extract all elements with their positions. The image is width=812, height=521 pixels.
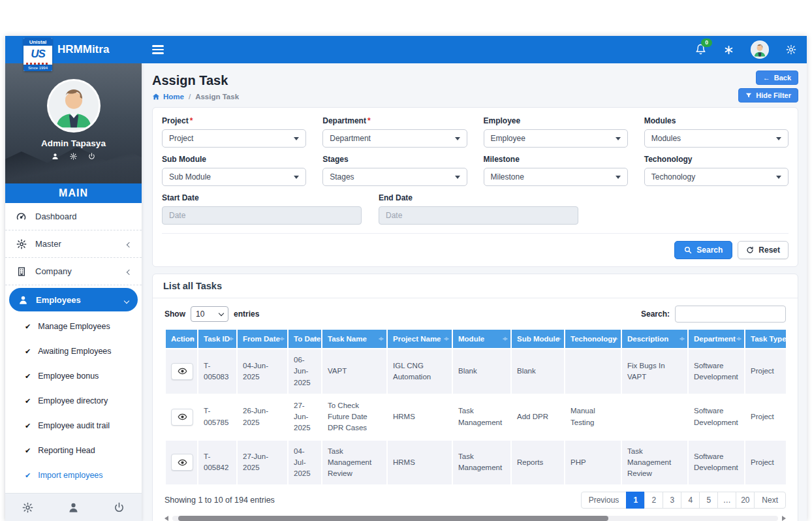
filter-field-end-date: End Date bbox=[379, 193, 578, 225]
sidebar-subitem-employee-bonus[interactable]: ✔ Employee bonus bbox=[5, 364, 142, 388]
logo-top-text: Unistal bbox=[23, 38, 52, 46]
col-task-id[interactable]: Task ID bbox=[198, 330, 236, 348]
breadcrumb-home-link[interactable]: Home bbox=[152, 93, 184, 101]
techonology-select[interactable]: Techonology bbox=[644, 168, 789, 186]
view-task-button[interactable] bbox=[171, 409, 193, 426]
col-task-type[interactable]: Task Type bbox=[745, 330, 786, 348]
stages-select[interactable]: Stages bbox=[322, 168, 467, 186]
unistal-logo[interactable]: Unistal US Since 1994 bbox=[23, 38, 52, 71]
breadcrumb-separator: / bbox=[189, 93, 191, 101]
cell-task-type: Project bbox=[745, 395, 786, 439]
sidebar-item-company[interactable]: Company bbox=[5, 258, 142, 285]
sidebar-item-employees[interactable]: Employees bbox=[9, 288, 138, 311]
col-from-date[interactable]: From Date bbox=[238, 330, 287, 348]
col-to-date[interactable]: To Date bbox=[289, 330, 321, 348]
sidebar-subitem-label: Import employees bbox=[38, 471, 102, 480]
table-search-input[interactable] bbox=[675, 306, 786, 323]
notifications-button[interactable]: 0 bbox=[695, 44, 707, 55]
filter-panel: Project* Project Department* Department … bbox=[152, 107, 798, 267]
page-size-select[interactable]: 10 bbox=[191, 306, 228, 322]
search-button[interactable]: Search bbox=[674, 241, 732, 259]
sub-module-select[interactable]: Sub Module bbox=[162, 168, 306, 186]
horizontal-scrollbar[interactable] bbox=[164, 515, 786, 521]
col-action[interactable]: Action bbox=[166, 330, 197, 348]
col-project-name[interactable]: Project Name bbox=[388, 330, 452, 348]
table-header-row: Action Task ID From Date To Date Task Na… bbox=[166, 330, 786, 348]
gear-icon[interactable] bbox=[786, 44, 796, 55]
filter-field-techonology: Techonology Techonology bbox=[644, 155, 789, 186]
col-module[interactable]: Module bbox=[453, 330, 510, 348]
hide-filter-button[interactable]: Hide Filter bbox=[738, 88, 798, 103]
employee-select[interactable]: Employee bbox=[484, 129, 628, 148]
col-department[interactable]: Department bbox=[689, 330, 744, 348]
department-select[interactable]: Department bbox=[322, 129, 467, 148]
check-icon: ✔ bbox=[25, 323, 31, 331]
back-button[interactable]: ← Back bbox=[756, 71, 798, 85]
profile-settings-icon[interactable] bbox=[70, 153, 77, 160]
pagination-page-1[interactable]: 1 bbox=[626, 492, 645, 509]
user-avatar[interactable] bbox=[751, 40, 769, 59]
cell-description: Task Management Review bbox=[622, 441, 687, 485]
page-title: Assign Task bbox=[152, 73, 798, 88]
cell-description: Fix Bugs In VAPT bbox=[622, 349, 687, 394]
profile-logout-power-icon[interactable] bbox=[88, 153, 95, 160]
chevron-down-icon bbox=[219, 310, 224, 315]
table-search-label: Search: bbox=[641, 309, 670, 319]
cell-project-name: IGL CNG Automation bbox=[388, 349, 452, 394]
pagination-page-5[interactable]: 5 bbox=[699, 492, 718, 509]
view-task-button[interactable] bbox=[171, 454, 193, 471]
footer-gear-icon[interactable] bbox=[22, 502, 33, 513]
col-sub-module[interactable]: Sub Module bbox=[512, 330, 564, 348]
col-task-name[interactable]: Task Name bbox=[322, 330, 386, 348]
sidebar-item-dashboard[interactable]: Dashboard bbox=[5, 203, 142, 230]
sidebar-subitem-employee-audit-trail[interactable]: ✔ Employee audit trail bbox=[5, 413, 142, 438]
project-select[interactable]: Project bbox=[162, 129, 306, 148]
show-label: Show bbox=[164, 309, 185, 319]
view-task-button[interactable] bbox=[171, 363, 193, 380]
sidebar-subitem-manage-employees[interactable]: ✔ Manage Employees bbox=[5, 314, 142, 339]
chevron-down-icon bbox=[294, 137, 299, 140]
profile-avatar[interactable] bbox=[47, 79, 101, 133]
pagination-page-2[interactable]: 2 bbox=[644, 492, 663, 509]
pagination-page-3[interactable]: 3 bbox=[663, 492, 681, 509]
cell-description bbox=[622, 395, 687, 439]
sidebar-item-label: Dashboard bbox=[35, 212, 77, 221]
col-techonology[interactable]: Techonology bbox=[565, 330, 621, 348]
reset-button[interactable]: Reset bbox=[738, 241, 789, 259]
end-date-input[interactable] bbox=[379, 206, 578, 225]
filter-field-employee: Employee Employee bbox=[484, 116, 628, 148]
pagination-previous[interactable]: Previous bbox=[581, 492, 627, 509]
cell-project-name: HRMS bbox=[388, 441, 452, 485]
sidebar-subitem-import-employees[interactable]: ✔ Import employees bbox=[5, 463, 142, 488]
pagination-page-20[interactable]: 20 bbox=[736, 492, 755, 509]
modules-select[interactable]: Modules bbox=[644, 129, 789, 148]
scrollbar-track[interactable] bbox=[172, 516, 778, 521]
profile-user-icon[interactable] bbox=[52, 153, 59, 160]
footer-power-icon[interactable] bbox=[114, 502, 125, 513]
pagination-page-4[interactable]: 4 bbox=[681, 492, 700, 509]
milestone-select[interactable]: Milestone bbox=[484, 168, 628, 186]
start-date-input[interactable] bbox=[162, 206, 362, 225]
footer-person-icon[interactable] bbox=[68, 502, 79, 513]
cell-module: Task Management bbox=[453, 395, 510, 439]
department-label: Department* bbox=[322, 116, 467, 125]
home-icon bbox=[152, 93, 160, 101]
asterisk-settings-icon[interactable] bbox=[724, 45, 734, 55]
sort-icon bbox=[189, 334, 195, 343]
sidebar-toggle-hamburger-icon[interactable] bbox=[152, 45, 164, 56]
chevron-down-icon bbox=[455, 176, 460, 179]
col-description[interactable]: Description bbox=[622, 330, 687, 348]
scrollbar-thumb[interactable] bbox=[178, 516, 608, 521]
tasks-panel: List all Tasks Show 10 entries Search: bbox=[152, 274, 798, 521]
sidebar-subitem-awaiting-employees[interactable]: ✔ Awaiting Employees bbox=[5, 339, 142, 364]
sort-icon bbox=[736, 334, 742, 343]
scroll-right-arrow-icon[interactable] bbox=[782, 516, 786, 521]
scroll-left-arrow-icon[interactable] bbox=[164, 516, 168, 521]
sidebar-subitem-employee-directory[interactable]: ✔ Employee directory bbox=[5, 388, 142, 413]
pagination-next[interactable]: Next bbox=[754, 492, 786, 509]
filter-field-milestone: Milestone Milestone bbox=[484, 155, 628, 186]
gear-icon bbox=[16, 239, 27, 249]
sidebar-subitem-reporting-head[interactable]: ✔ Reporting Head bbox=[5, 438, 142, 463]
cell-task-name: VAPT bbox=[322, 349, 386, 394]
sidebar-item-master[interactable]: Master bbox=[5, 230, 142, 258]
